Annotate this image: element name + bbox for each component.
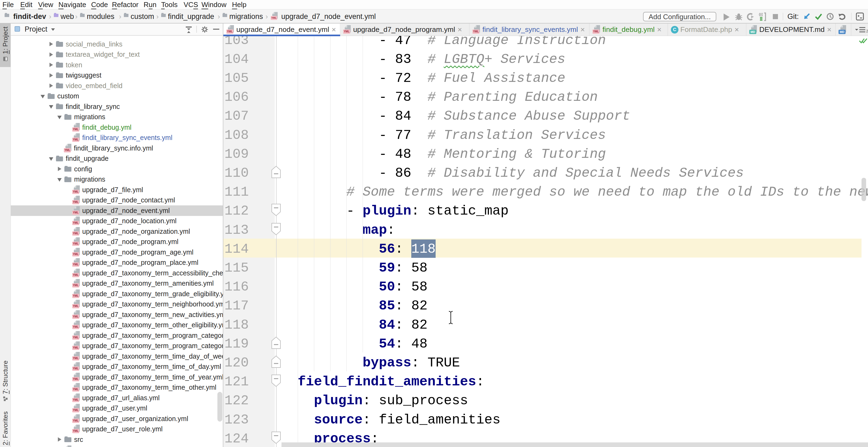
svg-text:2: 2 — [866, 29, 868, 33]
